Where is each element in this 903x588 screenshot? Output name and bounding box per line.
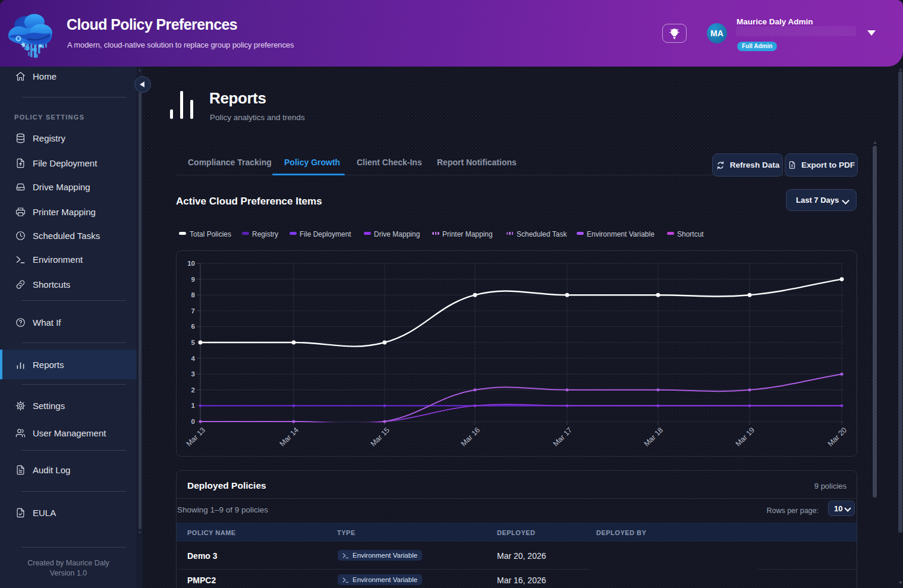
svg-text:1: 1	[191, 402, 196, 409]
svg-text:10: 10	[187, 260, 195, 267]
svg-text:2: 2	[191, 386, 195, 394]
svg-text:Mar 14: Mar 14	[278, 426, 300, 448]
svg-text:Mar 16: Mar 16	[460, 426, 482, 448]
svg-text:6: 6	[191, 323, 195, 330]
svg-text:9: 9	[191, 276, 195, 283]
svg-text:7: 7	[191, 307, 195, 315]
svg-text:4: 4	[191, 355, 196, 362]
svg-text:0: 0	[191, 418, 195, 425]
svg-text:5: 5	[191, 339, 196, 346]
svg-text:Mar 17: Mar 17	[552, 426, 574, 448]
svg-text:Mar 19: Mar 19	[734, 426, 756, 448]
svg-text:Mar 15: Mar 15	[369, 426, 391, 448]
svg-text:Mar 18: Mar 18	[643, 426, 665, 448]
svg-text:Mar 20: Mar 20	[826, 426, 848, 448]
svg-text:Mar 13: Mar 13	[185, 426, 207, 448]
svg-text:3: 3	[191, 370, 195, 378]
svg-text:8: 8	[191, 291, 196, 298]
